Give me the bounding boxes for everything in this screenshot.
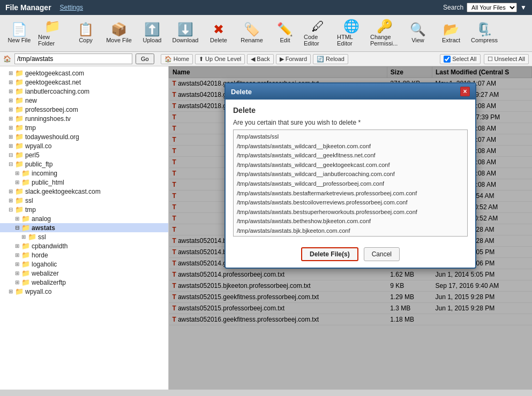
folder-icon: 📁 <box>15 105 24 113</box>
back-icon: ◀ <box>251 56 255 63</box>
sidebar-label: ianbutlercoaching.com <box>25 88 89 95</box>
upload-icon: ⬆️ <box>144 23 160 36</box>
edit-icon: ✏️ <box>277 23 293 36</box>
sidebar-item-awstats-ssl[interactable]: ⊞ 📁 ssl <box>0 232 168 241</box>
html-editor-button[interactable]: 🌐 HTML Editor <box>335 17 368 49</box>
modal-file-item: /tmp/awstats/awstats.bestaftermarketrevi… <box>237 189 464 199</box>
sidebar-item-tmp-1[interactable]: ⊞ 📁 tmp <box>0 123 168 132</box>
back-button[interactable]: ◀ Back <box>247 54 273 64</box>
modal-file-item: /tmp/awstats/awstats_wildcard__bjkeeton.… <box>237 142 464 151</box>
download-button[interactable]: ⬇️ Download <box>169 20 201 46</box>
copy-button[interactable]: 📋 Copy <box>70 20 102 46</box>
search-select[interactable]: All Your Files <box>467 3 517 12</box>
settings-link[interactable]: Settings <box>60 4 83 11</box>
unselect-icon: ☐ <box>488 56 493 63</box>
sidebar-item-wpyall-1[interactable]: ⊞ 📁 wpyall.co <box>0 141 168 150</box>
sidebar: ⊞ 📁 geektogeekcast.com ⊞ 📁 geektogeekcas… <box>0 66 169 390</box>
view-button[interactable]: 🔍 View <box>402 20 434 46</box>
sidebar-item-public-ftp[interactable]: ⊟ 📁 public_ftp <box>0 159 168 169</box>
new-folder-icon: 📁 <box>44 20 61 33</box>
sidebar-label: new <box>25 97 37 104</box>
select-all-button[interactable]: Select All <box>440 54 480 64</box>
folder-icon: 📁 <box>15 287 24 295</box>
forward-icon: ▶ <box>280 56 284 63</box>
sidebar-item-perl5[interactable]: ⊟ 📁 perl5 <box>0 150 168 159</box>
modal-file-item: /tmp/awstats/awstats_wildcard__geekfitne… <box>237 151 464 161</box>
reload-label: Reload <box>326 56 344 62</box>
sidebar-item-geektogeekcast-net[interactable]: ⊞ 📁 geektogeekcast.net <box>0 78 168 87</box>
sidebar-item-incoming[interactable]: ⊞ 📁 incoming <box>0 169 168 178</box>
delete-files-button[interactable]: Delete File(s) <box>301 247 358 261</box>
sidebar-label: runningshoes.tv <box>25 115 71 123</box>
sidebar-item-new[interactable]: ⊞ 📁 new <box>0 96 168 105</box>
sidebar-item-cpbandwidth[interactable]: ⊞ 📁 cpbandwidth <box>0 241 168 250</box>
compress-button[interactable]: 🗜️ Compress <box>468 20 500 46</box>
expand-icon: ⊟ <box>9 161 15 167</box>
sidebar-item-analog[interactable]: ⊞ 📁 analog <box>0 214 168 223</box>
home-icon: 🏠 <box>3 55 11 63</box>
folder-icon: 📁 <box>15 151 24 159</box>
expand-icon: ⊞ <box>9 70 15 76</box>
up-one-level-button[interactable]: ⬆ Up One Level <box>195 54 245 64</box>
new-folder-label: New Folder <box>38 34 67 47</box>
modal-file-item: /tmp/awstats/awstats_wildcard__geektogee… <box>237 161 464 170</box>
extract-button[interactable]: 📂 Extract <box>435 20 467 46</box>
folder-icon: 📁 <box>15 187 24 195</box>
select-all-checkbox[interactable] <box>444 56 451 63</box>
sidebar-item-horde[interactable]: ⊞ 📁 horde <box>0 250 168 260</box>
modal-close-button[interactable]: × <box>460 87 470 96</box>
sidebar-item-webalizerftp[interactable]: ⊞ 📁 webalizerftp <box>0 278 168 287</box>
new-file-button[interactable]: 📄 New File <box>3 20 35 46</box>
cancel-button[interactable]: Cancel <box>364 247 400 261</box>
home-nav-button[interactable]: 🏠 Home <box>161 54 193 64</box>
sidebar-label: wpyall.co <box>25 288 51 295</box>
sidebar-item-professorbeej[interactable]: ⊞ 📁 professorbeej.com <box>0 105 168 114</box>
folder-icon: 📁 <box>21 169 30 177</box>
go-button[interactable]: Go <box>136 54 154 64</box>
new-file-icon: 📄 <box>11 23 27 36</box>
folder-icon: 📁 <box>21 260 30 268</box>
rename-label: Rename <box>241 37 263 43</box>
expand-icon: ⊟ <box>15 225 21 231</box>
folder-icon: 📁 <box>15 69 24 77</box>
unselect-all-button[interactable]: ☐ Unselect All <box>484 54 529 64</box>
sidebar-item-ssl[interactable]: ⊞ 📁 ssl <box>0 196 168 205</box>
modal-file-list[interactable]: /tmp/awstats/ssl/tmp/awstats/awstats_wil… <box>233 130 468 237</box>
modal-body: Delete Are you certain that sure you wis… <box>226 100 475 243</box>
sidebar-item-logaholic[interactable]: ⊞ 📁 logaholic <box>0 260 168 269</box>
sidebar-label: logaholic <box>32 261 57 268</box>
sidebar-item-geektogeekcast-com[interactable]: ⊞ 📁 geektogeekcast.com <box>0 68 168 78</box>
edit-button[interactable]: ✏️ Edit <box>269 20 301 46</box>
sidebar-item-webalizer[interactable]: ⊞ 📁 webalizer <box>0 269 168 278</box>
rename-button[interactable]: 🏷️ Rename <box>236 20 268 46</box>
delete-button[interactable]: ✖ Delete <box>203 20 235 46</box>
delete-question: Are you certain that sure you wish to de… <box>233 119 468 126</box>
search-label: Search <box>443 4 463 11</box>
sidebar-item-tmp-2[interactable]: ⊟ 📁 tmp <box>0 205 168 214</box>
sidebar-item-ianbutlercoaching[interactable]: ⊞ 📁 ianbutlercoaching.com <box>0 87 168 96</box>
sidebar-label: webalizerftp <box>32 279 66 286</box>
upload-button[interactable]: ⬆️ Upload <box>136 20 168 46</box>
sidebar-item-runningshoes[interactable]: ⊞ 📁 runningshoes.tv <box>0 114 168 123</box>
sidebar-item-slack[interactable]: ⊞ 📁 slack.geektogeekcast.com <box>0 187 168 196</box>
sidebar-label: awstats <box>32 224 55 232</box>
search-dropdown-icon[interactable]: ▼ <box>520 4 527 11</box>
expand-icon: ⊞ <box>9 88 15 94</box>
change-perms-button[interactable]: 🔑 Change Permissi... <box>369 17 401 49</box>
reload-button[interactable]: 🔄 Reload <box>313 54 348 64</box>
sidebar-item-awstats[interactable]: ⊟ 📁 awstats <box>0 223 168 232</box>
modal-file-item: /tmp/awstats/ssl <box>237 132 464 142</box>
move-file-button[interactable]: 📦 Move File <box>103 20 135 46</box>
app-title: File Manager <box>5 3 51 12</box>
delete-heading: Delete <box>233 106 468 115</box>
folder-icon: 📁 <box>21 178 30 186</box>
sidebar-item-public-html[interactable]: ⊞ 📁 public_html <box>0 178 168 187</box>
select-area: Select All ☐ Unselect All <box>440 54 529 64</box>
sidebar-item-wpyall-2[interactable]: ⊞ 📁 wpyall.co <box>0 287 168 296</box>
sidebar-item-todayweshould[interactable]: ⊞ 📁 todayweshould.org <box>0 132 168 141</box>
path-input[interactable] <box>14 54 132 64</box>
code-editor-button[interactable]: 🖊 Code Editor <box>302 17 334 49</box>
forward-button[interactable]: ▶ Forward <box>276 54 311 64</box>
html-editor-label: HTML Editor <box>337 34 366 47</box>
new-folder-button[interactable]: 📁 New Folder <box>36 17 69 49</box>
